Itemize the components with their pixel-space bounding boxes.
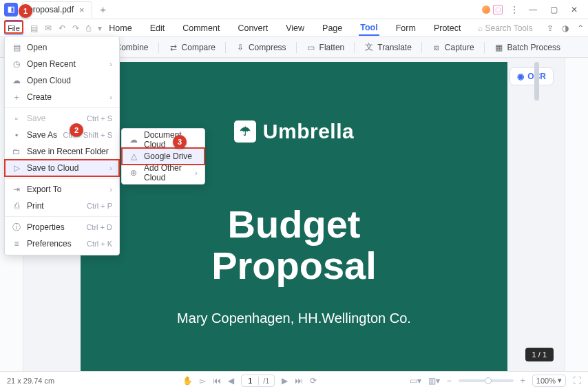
tool-compress[interactable]: ⇩Compress xyxy=(235,43,286,52)
select-tool-icon[interactable]: ▻ xyxy=(200,376,206,386)
open-icon: ▤ xyxy=(12,43,21,52)
file-open-cloud[interactable]: ☁Open Cloud xyxy=(5,72,119,89)
preferences-icon: ≡ xyxy=(12,239,21,249)
translate-icon: 文 xyxy=(364,43,374,52)
last-page-button[interactable]: ⏭ xyxy=(295,376,303,386)
menu-protect[interactable]: Protect xyxy=(432,21,463,35)
plus-icon: ＋ xyxy=(12,92,21,103)
next-page-button[interactable]: ▶ xyxy=(282,376,288,386)
page-dimensions: 21 x 29.74 cm xyxy=(7,377,90,385)
menu-home[interactable]: Home xyxy=(107,21,133,35)
close-tab-icon[interactable]: × xyxy=(79,5,85,15)
vertical-scrollbar[interactable] xyxy=(532,58,541,371)
save-icon: ▫ xyxy=(12,114,21,123)
zoom-out-button[interactable]: − xyxy=(447,376,452,386)
menu-convert[interactable]: Convert xyxy=(236,21,269,35)
menu-edit[interactable]: Edit xyxy=(149,21,167,35)
search-tools[interactable]: ⌕ Search Tools xyxy=(478,23,533,33)
view-mode-icon[interactable]: ▥▾ xyxy=(428,376,440,386)
zoom-slider-thumb[interactable] xyxy=(485,377,492,384)
cloud-document-cloud[interactable]: ☁Document Cloud xyxy=(122,132,204,148)
new-tab-button[interactable]: + xyxy=(96,3,110,17)
callout-1: 1 xyxy=(19,4,32,18)
fit-page-icon[interactable]: ▭▾ xyxy=(410,376,421,386)
more-menu-icon[interactable]: ⋮ xyxy=(510,4,519,15)
search-tools-placeholder: Search Tools xyxy=(485,23,533,33)
menu-form[interactable]: Form xyxy=(395,21,417,35)
menu-comment[interactable]: Comment xyxy=(181,21,221,35)
file-properties[interactable]: ⓘPropertiesCtrl + D xyxy=(5,219,119,235)
chevron-right-icon: › xyxy=(109,60,112,68)
first-page-button[interactable]: ⏮ xyxy=(213,376,221,386)
mail-icon[interactable]: ✉ xyxy=(45,23,52,33)
hand-tool-icon[interactable]: ✋ xyxy=(182,376,193,386)
maximize-button[interactable]: ▢ xyxy=(544,3,563,17)
tool-compare[interactable]: ⇄Compare xyxy=(169,43,216,52)
tool-capture[interactable]: ⧇Capture xyxy=(432,43,474,52)
file-create[interactable]: ＋Create› xyxy=(5,89,119,105)
file-menu-button[interactable]: File xyxy=(4,21,23,35)
right-sidebar[interactable] xyxy=(565,58,588,371)
menu-view[interactable]: View xyxy=(284,21,306,35)
compress-icon: ⇩ xyxy=(235,43,245,52)
view-controls: ▭▾ ▥▾ − + 100%▾ ⛶ xyxy=(410,375,581,387)
zoom-slider[interactable] xyxy=(459,379,514,382)
zoom-level-box[interactable]: 100%▾ xyxy=(532,375,566,387)
prev-page-button[interactable]: ◀ xyxy=(228,376,234,386)
chevron-right-icon: › xyxy=(109,93,112,101)
properties-icon: ⓘ xyxy=(12,222,21,233)
tool-batch-process[interactable]: ▦Batch Process xyxy=(494,43,560,52)
google-drive-icon: △ xyxy=(129,151,138,161)
pdf-page: ☂ Umbrella Budget Proposal Mary Copenhag… xyxy=(81,62,507,371)
tab-strip: ◧ proposal.pdf × + ▢ ⋮ — ▢ ✕ xyxy=(0,0,588,19)
file-export-to[interactable]: ⇥Export To› xyxy=(5,181,119,198)
file-menu-label: File xyxy=(8,24,20,32)
save-to-cloud-submenu: ☁Document Cloud △Google Drive ⊕Add Other… xyxy=(121,128,205,185)
file-print[interactable]: ⎙PrintCtrl + P xyxy=(5,198,119,214)
account-avatar-icon[interactable] xyxy=(482,6,490,14)
chevron-down-icon: ▾ xyxy=(558,376,562,385)
tool-flatten[interactable]: ▭Flatten xyxy=(306,43,345,52)
document-tab[interactable]: proposal.pdf × xyxy=(22,1,92,18)
folder-icon: 🗀 xyxy=(12,147,21,156)
scroll-thumb[interactable] xyxy=(534,62,539,101)
file-open-recent[interactable]: ◷Open Recent› xyxy=(5,56,119,72)
cloud-add-other[interactable]: ⊕Add Other Cloud› xyxy=(122,165,204,181)
file-preferences[interactable]: ≡PreferencesCtrl + K xyxy=(5,235,119,252)
page-number-box[interactable]: /1 xyxy=(241,375,274,387)
batch-icon: ▦ xyxy=(494,43,504,52)
save-icon[interactable]: ▤ xyxy=(30,23,38,33)
tool-translate[interactable]: 文Translate xyxy=(364,43,412,52)
help-icon[interactable]: ◑ xyxy=(562,23,569,33)
page-nav: ✋ ▻ ⏮ ◀ /1 ▶ ⏭ ⟳ xyxy=(90,375,410,387)
brand-name: Umbrella xyxy=(263,120,354,143)
close-window-button[interactable]: ✕ xyxy=(565,3,584,17)
menu-tool[interactable]: Tool xyxy=(359,21,379,36)
file-open[interactable]: ▤Open xyxy=(5,39,119,56)
callout-3: 3 xyxy=(173,135,187,149)
app-notify-icon[interactable]: ▢ xyxy=(493,5,503,14)
menu-page[interactable]: Page xyxy=(321,21,344,35)
minimize-button[interactable]: — xyxy=(523,3,543,17)
export-icon: ⇥ xyxy=(12,185,21,194)
file-save-recent-folder[interactable]: 🗀Save in Recent Folder xyxy=(5,143,119,160)
collapse-ribbon-icon[interactable]: ⌃ xyxy=(577,23,584,33)
doc-title: Budget Proposal xyxy=(81,204,507,287)
undo-icon[interactable]: ↶ xyxy=(59,23,65,33)
chevron-right-icon: › xyxy=(109,164,112,172)
redo-icon[interactable]: ↷ xyxy=(72,23,79,33)
page-total: /1 xyxy=(258,377,273,385)
file-save-to-cloud[interactable]: ▷Save to Cloud› xyxy=(5,160,119,176)
share-icon[interactable]: ⇪ xyxy=(547,23,554,33)
cloud-google-drive[interactable]: △Google Drive xyxy=(122,148,204,165)
flatten-icon: ▭ xyxy=(306,43,316,52)
file-save-as[interactable]: ▪Save AsCtrl + Shift + S xyxy=(5,127,119,143)
page-number-input[interactable] xyxy=(242,377,258,385)
app-icon: ◧ xyxy=(4,3,18,17)
zoom-in-button[interactable]: + xyxy=(521,376,525,386)
recent-icon: ◷ xyxy=(12,59,21,69)
rotate-icon[interactable]: ⟳ xyxy=(310,376,317,386)
main-menu: Home Edit Comment Convert View Page Tool… xyxy=(102,21,538,36)
fullscreen-icon[interactable]: ⛶ xyxy=(573,376,581,386)
print-icon[interactable]: ⎙ xyxy=(86,23,91,33)
